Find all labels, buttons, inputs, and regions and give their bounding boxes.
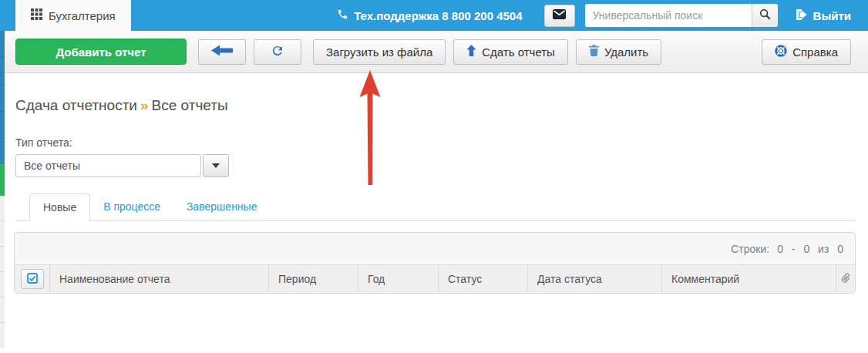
refresh-button[interactable] bbox=[254, 39, 301, 65]
column-header-period: Период bbox=[268, 265, 358, 293]
back-button[interactable] bbox=[198, 39, 246, 65]
column-header-status: Статус bbox=[438, 265, 527, 293]
envelope-icon bbox=[553, 8, 566, 22]
add-report-button[interactable]: Добавить отчет bbox=[15, 39, 187, 65]
submit-reports-label: Сдать отчеты bbox=[482, 45, 555, 59]
help-icon bbox=[775, 45, 787, 59]
sidebar-strip-item bbox=[0, 31, 5, 58]
column-header-year: Год bbox=[358, 265, 438, 293]
universal-search bbox=[585, 4, 778, 27]
sidebar-strip[interactable] bbox=[0, 31, 5, 353]
search-input[interactable] bbox=[585, 4, 752, 27]
breadcrumb-section: Сдача отчетности bbox=[15, 97, 137, 113]
checkbox-checked-icon bbox=[27, 273, 38, 286]
column-header-report-name: Наименование отчета bbox=[49, 265, 268, 293]
search-icon bbox=[759, 8, 771, 22]
sidebar-strip-item bbox=[0, 196, 5, 221]
sidebar-strip-item-active bbox=[0, 163, 5, 196]
search-button[interactable] bbox=[752, 4, 778, 27]
back-arrow-icon bbox=[211, 45, 233, 59]
phone-icon bbox=[337, 8, 348, 22]
rows-counter-value: 0 - 0 из 0 bbox=[777, 243, 843, 255]
chevron-down-icon bbox=[212, 163, 220, 168]
table-header-row: Наименование отчета Период Год Статус Да… bbox=[15, 264, 855, 293]
sidebar-strip-item bbox=[0, 272, 5, 298]
refresh-icon bbox=[271, 44, 284, 60]
breadcrumb-separator: » bbox=[137, 97, 152, 113]
column-header-comment: Комментарий bbox=[661, 265, 836, 293]
attachment-column-header bbox=[836, 265, 855, 293]
sidebar-strip-item bbox=[0, 323, 5, 348]
tab-new[interactable]: Новые bbox=[29, 193, 90, 221]
sidebar-strip-item bbox=[0, 112, 5, 139]
help-button[interactable]: Справка bbox=[762, 39, 851, 65]
toolbar: Добавить отчет Загрузить из файла Сдать … bbox=[0, 31, 868, 73]
tab-in-progress[interactable]: В процессе bbox=[90, 193, 173, 220]
messages-button[interactable] bbox=[544, 5, 575, 27]
column-header-status-date: Дата статуса bbox=[527, 265, 661, 293]
logout-icon bbox=[795, 8, 807, 23]
trash-icon bbox=[589, 45, 599, 59]
rows-counter-label: Строки: bbox=[731, 243, 769, 255]
select-dropdown-button[interactable] bbox=[203, 154, 229, 177]
tab-buhgalteria[interactable]: Бухгалтерия bbox=[15, 0, 131, 31]
breadcrumb: Сдача отчетности»Все отчеты bbox=[15, 97, 868, 114]
rows-counter: Строки: 0 - 0 из 0 bbox=[15, 233, 855, 264]
paperclip-icon bbox=[840, 272, 851, 286]
support-phone-text: Тех.поддержка 8 800 200 4504 bbox=[354, 9, 522, 22]
sidebar-strip-item bbox=[0, 58, 5, 85]
reports-table: Строки: 0 - 0 из 0 Наименование отчета П… bbox=[14, 232, 856, 294]
delete-label: Удалить bbox=[604, 45, 648, 59]
app-tab-label: Бухгалтерия bbox=[49, 9, 116, 22]
select-all-checkbox[interactable] bbox=[21, 269, 44, 289]
report-type-label: Тип отчета: bbox=[15, 136, 868, 149]
logout-label: Выйти bbox=[813, 9, 851, 22]
tab-completed[interactable]: Завершенные bbox=[173, 193, 270, 220]
select-all-column-header bbox=[15, 265, 49, 293]
load-from-file-button[interactable]: Загрузить из файла bbox=[313, 39, 446, 65]
sidebar-strip-item bbox=[0, 139, 5, 163]
sidebar-strip-item bbox=[0, 298, 5, 323]
logout-button[interactable]: Выйти bbox=[795, 0, 851, 31]
report-type-selected-value: Все отчеты bbox=[15, 154, 201, 177]
report-type-select[interactable]: Все отчеты bbox=[15, 154, 229, 177]
status-tabs: Новые В процессе Завершенные bbox=[15, 193, 856, 221]
delete-button[interactable]: Удалить bbox=[576, 39, 661, 65]
top-header: Бухгалтерия Тех.поддержка 8 800 200 4504… bbox=[0, 0, 868, 31]
sidebar-strip-item bbox=[0, 85, 5, 112]
sidebar-strip-item bbox=[0, 247, 5, 272]
up-arrow-icon bbox=[466, 45, 476, 59]
submit-reports-button[interactable]: Сдать отчеты bbox=[453, 39, 568, 65]
help-label: Справка bbox=[792, 45, 838, 59]
support-phone: Тех.поддержка 8 800 200 4504 bbox=[337, 0, 522, 31]
grid-icon bbox=[31, 8, 42, 22]
breadcrumb-current: Все отчеты bbox=[152, 97, 228, 113]
sidebar-strip-item bbox=[0, 221, 5, 247]
